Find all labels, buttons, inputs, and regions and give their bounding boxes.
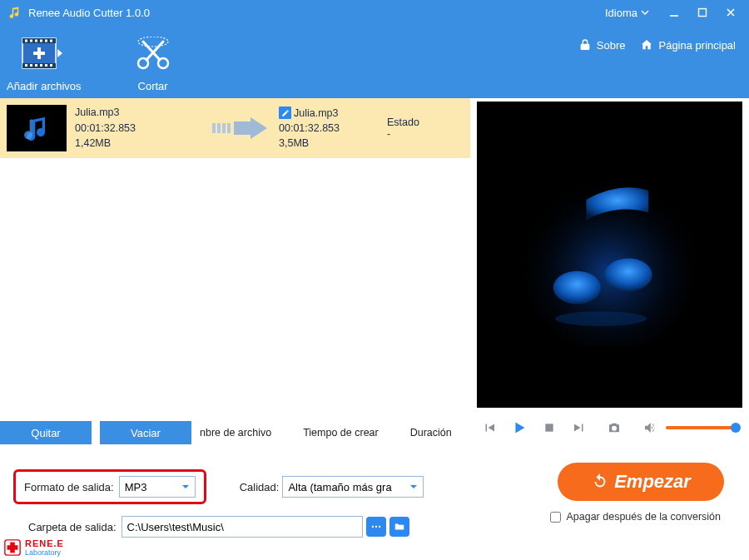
quality-select[interactable]: Alta (tamaño más gra <box>282 476 424 498</box>
svg-rect-9 <box>45 40 47 42</box>
file-row[interactable]: Julia.mp3 00:01:32.853 1,42MB Julia.mp3 <box>0 98 470 158</box>
minimize-button[interactable] <box>662 1 686 24</box>
player-controls <box>477 408 742 448</box>
preview-box <box>477 102 742 408</box>
svg-rect-30 <box>545 424 553 431</box>
close-button[interactable] <box>719 1 742 24</box>
file-list-panel: Julia.mp3 00:01:32.853 1,42MB Julia.mp3 <box>0 98 470 448</box>
shutdown-checkbox[interactable] <box>550 512 561 523</box>
edit-output-icon[interactable] <box>279 107 291 119</box>
language-dropdown[interactable]: Idioma <box>605 7 649 19</box>
svg-rect-13 <box>35 64 37 67</box>
file-name: Julia.mp3 <box>75 105 204 121</box>
refresh-icon <box>591 473 609 491</box>
quality-label: Calidad: <box>240 481 280 493</box>
svg-point-34 <box>378 526 379 528</box>
content-area: Julia.mp3 00:01:32.853 1,42MB Julia.mp3 <box>0 98 749 448</box>
folder-label: Carpeta de salida: <box>28 521 117 533</box>
file-size: 1,42MB <box>75 136 204 151</box>
volume-button[interactable] <box>641 419 659 437</box>
svg-rect-22 <box>212 123 216 133</box>
svg-rect-37 <box>7 545 18 550</box>
col-filename: nbre de archivo <box>200 427 271 439</box>
svg-rect-10 <box>50 40 52 42</box>
home-link[interactable]: Página principal <box>640 38 736 52</box>
svg-rect-16 <box>50 64 52 67</box>
svg-point-27 <box>553 271 600 305</box>
next-button[interactable] <box>570 419 588 437</box>
bottom-panel: Formato de salida: MP3 Calidad: Alta (ta… <box>0 448 749 560</box>
svg-rect-15 <box>45 64 47 67</box>
cut-button[interactable]: Cortar <box>135 35 171 92</box>
stop-button[interactable] <box>540 419 558 437</box>
brand-icon <box>3 538 22 557</box>
svg-rect-6 <box>30 40 32 42</box>
svg-rect-8 <box>40 40 42 42</box>
svg-rect-14 <box>40 64 42 67</box>
output-format-group: Formato de salida: MP3 <box>13 469 206 504</box>
list-footer: Quitar Vaciar nbre de archivo Tiempo de … <box>0 418 470 448</box>
toolbar: Añadir archivos Cortar Sobre Página prin… <box>0 25 749 98</box>
file-state: Estado - <box>387 116 454 140</box>
svg-rect-23 <box>217 123 221 133</box>
play-button[interactable] <box>510 419 528 437</box>
maximize-button[interactable] <box>691 1 714 24</box>
svg-rect-7 <box>35 40 37 42</box>
file-thumbnail <box>7 105 67 151</box>
snapshot-button[interactable] <box>605 419 623 437</box>
add-files-button[interactable]: Añadir archivos <box>7 35 82 92</box>
chevron-down-icon <box>641 8 649 17</box>
file-output-info: Julia.mp3 00:01:32.853 3,5MB <box>279 106 387 151</box>
browse-folder-button[interactable] <box>366 517 386 537</box>
chevron-down-icon <box>409 483 418 491</box>
svg-point-29 <box>555 311 647 326</box>
svg-point-33 <box>374 526 376 528</box>
file-input-info: Julia.mp3 00:01:32.853 1,42MB <box>75 105 204 151</box>
svg-point-31 <box>613 427 616 429</box>
about-link[interactable]: Sobre <box>578 38 626 52</box>
svg-rect-5 <box>25 40 27 42</box>
titlebar: Renee Audio Cutter 1.0.0 Idioma <box>0 0 749 25</box>
app-logo-icon <box>7 5 22 20</box>
clear-button[interactable]: Vaciar <box>100 421 191 444</box>
remove-button[interactable]: Quitar <box>0 421 92 444</box>
col-created: Tiempo de crear <box>303 427 379 439</box>
file-list: Julia.mp3 00:01:32.853 1,42MB Julia.mp3 <box>0 98 470 418</box>
chevron-down-icon <box>181 483 190 491</box>
open-folder-button[interactable] <box>389 517 409 537</box>
prev-button[interactable] <box>480 419 499 437</box>
home-icon <box>640 38 653 52</box>
shutdown-checkbox-row[interactable]: Apagar después de la conversión <box>550 511 721 523</box>
preview-panel <box>470 98 749 448</box>
svg-point-28 <box>604 258 652 291</box>
svg-rect-12 <box>30 64 32 67</box>
lock-icon <box>578 38 592 52</box>
format-label: Formato de salida: <box>24 481 114 493</box>
format-select[interactable]: MP3 <box>119 476 196 498</box>
volume-slider[interactable] <box>666 426 739 429</box>
brand-logo: RENE.E Laboratory <box>3 538 64 557</box>
app-title: Renee Audio Cutter 1.0.0 <box>28 7 605 19</box>
svg-rect-1 <box>699 9 707 17</box>
filmstrip-add-icon <box>22 35 67 72</box>
file-duration: 00:01:32.853 <box>75 121 204 136</box>
start-button[interactable]: Empezar <box>558 463 724 501</box>
svg-point-32 <box>371 526 373 528</box>
output-folder-input[interactable] <box>122 516 363 538</box>
music-note-icon <box>518 163 702 346</box>
svg-rect-18 <box>37 47 41 59</box>
svg-rect-11 <box>25 64 27 67</box>
col-duration: Duración <box>410 427 452 439</box>
svg-rect-25 <box>227 123 231 133</box>
arrow-icon <box>204 116 279 141</box>
scissors-icon <box>135 35 171 72</box>
svg-rect-24 <box>222 123 226 133</box>
